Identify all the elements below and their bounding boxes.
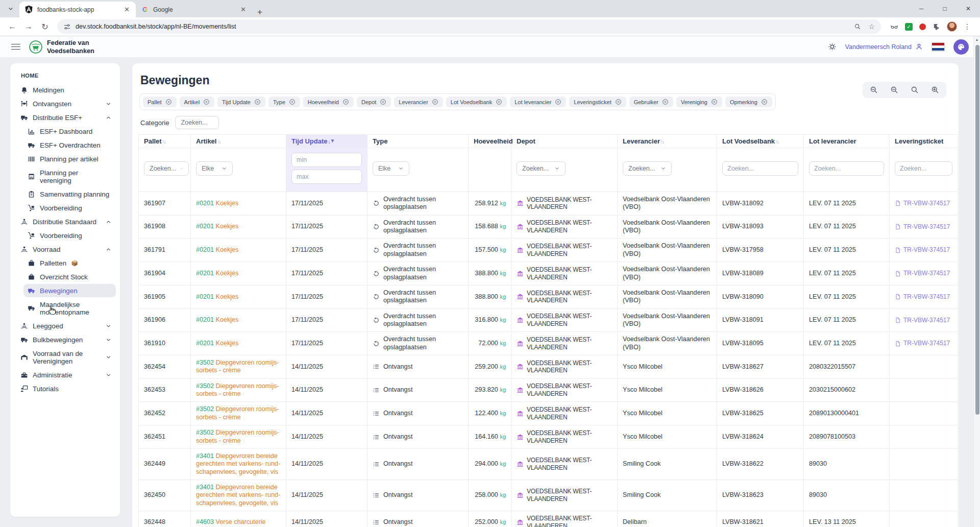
sidebar-item-tutorials[interactable]: Tutorials [16,382,116,395]
filter-select[interactable]: Elke [196,161,233,176]
column-header-lot-voedselbank[interactable]: Lot Voedselbank↑↓ [717,135,804,148]
artikel-code[interactable]: #0201 [196,246,214,253]
categorie-select[interactable]: Zoeken... [175,116,219,129]
zoom-out-button[interactable] [890,86,898,94]
filter-input[interactable] [722,161,798,176]
filter-chip-leveringsticket[interactable]: Leveringsticket [569,97,626,107]
leverancier-name[interactable]: Ysco Milcobel [623,433,663,440]
url-bar[interactable]: dev.stock.foodbanksit.be/stock/app/nl-BE… [57,19,881,34]
column-header-artikel[interactable]: Artikel↑↓ [191,135,286,148]
artikel-code[interactable]: #3502 [196,382,214,390]
artikel-code[interactable]: #3502 [196,429,214,436]
filter-chip-hoeveelheid[interactable]: Hoeveelheid [303,97,354,107]
sidebar-item-samenvatting-planning[interactable]: Samenvatting planning [23,187,116,201]
bookmark-star-icon[interactable]: ☆ [868,22,875,31]
filter-chip-type[interactable]: Type [268,97,300,107]
artikel-code[interactable]: #0201 [196,293,214,300]
artikel-code[interactable]: #3502 [196,359,214,366]
remove-chip-icon[interactable] [342,99,349,105]
artikel-name[interactable]: Verse charcuterie [216,518,266,525]
sidebar-item-voorraad[interactable]: Voorraad [16,243,116,256]
window-minimize-button[interactable]: ─ [910,5,933,12]
remove-chip-icon[interactable] [289,99,296,105]
remove-chip-icon[interactable] [761,99,768,105]
remove-chip-icon[interactable] [203,99,210,105]
sort-icons[interactable]: ↑↓ [217,139,220,145]
filter-chip-lot-leverancier[interactable]: Lot leverancier [510,97,566,107]
filter-input[interactable] [895,161,952,176]
sidebar-item-voorraad-van-de-verenigingen[interactable]: Voorraad van de Verenigingen [16,347,116,368]
remove-chip-icon[interactable] [555,99,561,105]
artikel-code[interactable]: #0201 [196,200,214,207]
leverancier-name[interactable]: Smiling Cook [623,491,660,498]
sort-icons[interactable]: ↑↓ [775,139,778,145]
zoom-out-button[interactable] [870,86,878,94]
sort-desc-icon[interactable]: ↓ [328,139,330,145]
artikel-name[interactable]: Koekjes [216,246,239,253]
scrollbar-thumb[interactable] [975,45,979,415]
zoom-in-button[interactable] [931,86,939,94]
leveringsticket-link[interactable]: TR-VBW-374517 [895,200,952,207]
sidebar-item-maandelijkse-momentopname[interactable]: Maandelijkse momentopname [23,298,116,319]
scrollbar-up-arrow[interactable]: ▲ [974,38,980,41]
window-close-button[interactable]: ✕ [957,5,980,12]
filter-select[interactable]: Zoeken... [623,161,672,176]
browser-menu-icon[interactable]: ⋮ [964,22,971,31]
tab-close-icon[interactable]: ✕ [123,6,131,13]
zoom-button[interactable] [911,86,919,94]
artikel-name[interactable]: Koekjes [216,316,239,323]
artikel-name[interactable]: Koekjes [216,270,239,277]
artikel-code[interactable]: #4603 [196,518,214,525]
extensions-puzzle-icon[interactable] [933,23,940,31]
browser-tab-active[interactable]: foodbanks-stock-app ✕ [19,2,136,17]
remove-chip-icon[interactable] [615,99,622,105]
artikel-name[interactable]: Koekjes [216,223,239,230]
artikel-code[interactable]: #0201 [196,223,214,230]
filter-max-input[interactable] [291,170,362,184]
sidebar-item-meldingen[interactable]: Meldingen [16,83,116,97]
new-tab-button[interactable]: + [257,7,262,17]
search-icon[interactable] [854,23,861,30]
leveringsticket-link[interactable]: TR-VBW-374517 [895,340,952,347]
filter-chip-tijd-update[interactable]: Tijd Update [217,97,265,107]
browser-tab-google[interactable]: G Google ✕ [136,2,252,17]
leverancier-name[interactable]: Ysco Milcobel [623,363,663,370]
page-scrollbar[interactable]: ▲ [973,36,980,527]
theme-palette-button[interactable] [953,39,969,55]
reload-button[interactable]: ↻ [37,22,53,32]
sidebar-item-palletten[interactable]: Palletten📦 [23,256,116,270]
artikel-code[interactable]: #0201 [196,270,214,277]
sidebar-item-distributie-esf-[interactable]: Distributie ESF+ [16,111,116,124]
leverancier-name[interactable]: Ysco Milcobel [623,386,663,393]
remove-chip-icon[interactable] [711,99,718,105]
artikel-code[interactable]: #3401 [196,452,214,460]
leverancier-name[interactable]: Voedselbank Oost-Vlaanderen (VBO) [623,196,710,210]
user-menu[interactable]: Vandermeersch Roland [845,43,923,51]
sidebar-item-voorbereiding[interactable]: Voorbereiding [23,201,116,214]
remove-chip-icon[interactable] [165,99,172,105]
forward-button[interactable]: → [20,22,37,31]
sidebar-item-esf-dashboard[interactable]: ESF+ Dashboard [23,125,116,138]
back-button[interactable]: ← [4,22,20,31]
extension-record-icon[interactable] [919,23,926,30]
leverancier-name[interactable]: Delibarn [623,518,647,525]
artikel-name[interactable]: Koekjes [216,340,239,347]
artikel-code[interactable]: #3502 [196,405,214,413]
sidebar-item-leeggoed[interactable]: Leeggoed [16,319,116,332]
filter-chip-vereniging[interactable]: Vereniging [676,97,722,107]
leverancier-name[interactable]: Smiling Cook [623,460,660,467]
remove-chip-icon[interactable] [662,99,669,105]
artikel-code[interactable]: #0201 [196,340,214,347]
filter-chip-gebruiker[interactable]: Gebruiker [629,97,673,107]
artikel-name[interactable]: Koekjes [216,200,239,207]
remove-chip-icon[interactable] [254,99,261,105]
leverancier-name[interactable]: Ysco Milcobel [623,410,663,417]
filter-select[interactable]: Zoeken... [144,161,189,176]
filter-chip-depot[interactable]: Depot [357,97,391,107]
sort-icons[interactable]: ↑↓ [162,139,165,145]
filter-select[interactable]: Zoeken... [517,161,566,176]
remove-chip-icon[interactable] [432,99,438,105]
profile-avatar[interactable] [947,21,957,32]
artikel-code[interactable]: #0201 [196,316,214,323]
sidebar-item-ontvangsten[interactable]: Ontvangsten [16,97,116,110]
